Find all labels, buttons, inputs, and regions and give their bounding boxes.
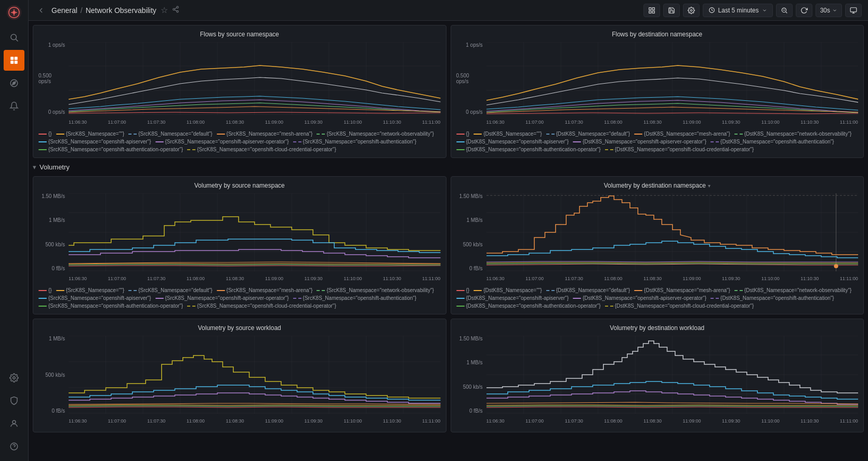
svg-point-6 <box>11 34 17 40</box>
y-label-3: 500 kb/s <box>45 242 65 247</box>
volumetry-section-header[interactable]: ▾ Volumetry <box>33 162 864 172</box>
sidebar-item-alerting[interactable] <box>4 96 24 116</box>
share-button[interactable] <box>172 6 179 15</box>
legend-label: {DstK8S_Namespace="openshift-apiserver-o… <box>583 295 706 301</box>
legend-item: {DstK8S_Namespace="openshift-cloud-crede… <box>605 147 754 152</box>
vol-dest-svg <box>486 193 859 271</box>
legend-label: {DstK8S_Namespace="network-observability… <box>744 131 851 137</box>
sidebar-item-settings[interactable] <box>4 367 24 388</box>
sidebar-item-dashboards[interactable] <box>4 50 24 71</box>
legend-item: {DstK8S_Namespace="mesh-arena"} <box>634 131 730 137</box>
legend-item: {SrcK8S_Namespace="openshift-apiserver-o… <box>155 295 289 301</box>
legend-label: {SrcK8S_Namespace="openshift-authenticat… <box>303 295 417 301</box>
legend-label: {SrcK8S_Namespace="network-observability… <box>326 131 433 137</box>
settings-button[interactable] <box>683 4 700 17</box>
legend-label: {DstK8S_Namespace="mesh-arena"} <box>644 131 730 137</box>
legend-label: {DstK8S_Namespace="default"} <box>556 287 630 293</box>
legend-label: {SrcK8S_Namespace="default"} <box>138 287 212 293</box>
legend-item: {} <box>38 287 52 293</box>
legend-label: {DstK8S_Namespace="openshift-cloud-crede… <box>615 147 754 152</box>
flows-source-title: Flows by source namespace <box>38 31 441 38</box>
svg-rect-10 <box>10 61 14 64</box>
vol-source-x-axis: 11:06:30 11:07:00 11:07:30 11:08:00 11:0… <box>69 273 441 284</box>
legend-item: {DstK8S_Namespace="network-observability… <box>734 287 851 293</box>
legend-item: {DstK8S_Namespace="openshift-cloud-crede… <box>605 303 754 309</box>
legend-color <box>734 290 743 291</box>
chevron-down-icon[interactable]: ▾ <box>708 183 711 189</box>
sidebar-item-shield[interactable] <box>4 390 24 411</box>
vol-source-workload-svg <box>69 336 441 414</box>
svg-point-1 <box>12 11 16 14</box>
legend-item: {SrcK8S_Namespace=""} <box>56 287 124 293</box>
flows-source-canvas <box>69 42 441 115</box>
y-label-bot: 0 fB/s <box>469 408 483 414</box>
legend-label: {DstK8S_Namespace="openshift-apiserver"} <box>466 295 569 301</box>
legend-label: {DstK8S_Namespace="openshift-authenticat… <box>720 295 834 301</box>
legend-label: {DstK8S_Namespace="network-observability… <box>744 287 851 293</box>
legend-color <box>317 290 325 291</box>
legend-color <box>573 141 581 142</box>
svg-line-7 <box>16 39 18 41</box>
sidebar-item-help[interactable] <box>4 436 24 457</box>
legend-label: {SrcK8S_Namespace="openshift-apiserver"} <box>48 139 151 144</box>
vol-source-canvas <box>69 193 441 271</box>
vol-dest-workload-x-axis: 11:06:30 11:07:00 11:07:30 11:08:00 11:0… <box>486 415 859 427</box>
y-label-3: 500 kb/s <box>463 384 483 390</box>
legend-item: {SrcK8S_Namespace="openshift-authenticat… <box>293 139 417 144</box>
legend-color <box>634 290 642 291</box>
breadcrumb-separator: / <box>81 6 83 15</box>
flows-dest-canvas <box>486 42 859 115</box>
flows-source-x-axis: 11:06:30 11:07:00 11:07:30 11:08:00 11:0… <box>69 116 441 128</box>
y-label-3: 500 kb/s <box>463 242 483 247</box>
vol-dest-workload-panel: Volumetry by destination workload 1.50 M… <box>451 319 864 432</box>
legend-label: {SrcK8S_Namespace="openshift-authenticat… <box>303 139 417 144</box>
add-panel-button[interactable] <box>643 4 660 17</box>
legend-color <box>38 149 47 150</box>
star-button[interactable]: ☆ <box>161 5 168 15</box>
legend-label: {DstK8S_Namespace="openshift-cloud-crede… <box>615 303 754 309</box>
svg-rect-25 <box>652 11 654 13</box>
grafana-logo[interactable] <box>6 4 22 21</box>
time-range-button[interactable]: Last 5 minutes <box>703 4 773 17</box>
y-label-bot: 0 ops/s <box>466 109 482 115</box>
y-label-top: 1 MB/s <box>49 336 65 341</box>
svg-point-20 <box>177 10 179 12</box>
svg-point-19 <box>173 8 175 10</box>
legend-color <box>56 290 64 291</box>
tv-mode-button[interactable] <box>845 4 862 17</box>
legend-item: {DstK8S_Namespace=""} <box>474 131 542 137</box>
refresh-button[interactable] <box>796 4 812 17</box>
refresh-interval-label: 30s <box>820 7 830 14</box>
legend-item: {SrcK8S_Namespace="openshift-authenticat… <box>38 147 183 152</box>
sidebar-toggle-button[interactable] <box>35 4 47 17</box>
svg-point-14 <box>13 377 16 379</box>
save-button[interactable] <box>663 4 680 17</box>
legend-color <box>456 149 465 150</box>
legend-label: {DstK8S_Namespace=""} <box>483 131 542 137</box>
vol-source-y-axis: 1.50 MB/s 1 MB/s 500 kb/s 0 fB/s <box>38 193 67 271</box>
legend-item: {DstK8S_Namespace="openshift-apiserver-o… <box>573 295 706 301</box>
breadcrumb-root[interactable]: General <box>51 6 77 15</box>
refresh-interval-button[interactable]: 30s <box>816 4 842 17</box>
vol-dest-workload-svg <box>486 336 859 414</box>
legend-label: {SrcK8S_Namespace="openshift-apiserver-o… <box>165 139 289 144</box>
sidebar-item-user[interactable] <box>4 413 24 434</box>
vol-dest-workload-chart-area: 1.50 MB/s 1 MB/s 500 kb/s 0 fB/s <box>456 336 859 427</box>
vol-dest-workload-y-axis: 1.50 MB/s 1 MB/s 500 kb/s 0 fB/s <box>456 336 485 414</box>
zoom-out-button[interactable] <box>776 4 793 17</box>
sidebar-item-search[interactable] <box>4 27 24 48</box>
main-area: General / Network Observability ☆ Last 5… <box>29 0 868 461</box>
legend-color <box>474 290 482 291</box>
legend-color <box>456 134 465 135</box>
legend-item: {DstK8S_Namespace="openshift-authenticat… <box>711 295 834 301</box>
volumetry-namespace-row: Volumetry by source namespace 1.50 MB/s … <box>33 176 864 314</box>
vol-dest-chart-area: 1.50 MB/s 1 MB/s 500 kb/s 0 fB/s <box>456 193 859 284</box>
legend-color <box>38 306 47 307</box>
legend-item: {SrcK8S_Namespace="openshift-cloud-crede… <box>187 147 336 152</box>
legend-label: {SrcK8S_Namespace="openshift-cloud-crede… <box>197 303 336 309</box>
legend-color <box>38 298 47 299</box>
legend-color <box>38 141 47 142</box>
sidebar-item-explore[interactable] <box>4 73 24 94</box>
svg-line-30 <box>785 11 787 13</box>
vol-source-panel: Volumetry by source namespace 1.50 MB/s … <box>33 176 446 314</box>
